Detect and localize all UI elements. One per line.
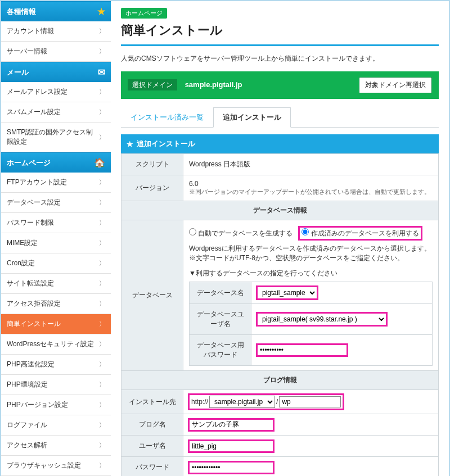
panel-header: ★ 追加インストール [121, 134, 439, 153]
db-section-header: データベース情報 [122, 201, 439, 220]
panel-title: 追加インストール [137, 139, 195, 149]
db-help-2: ※文字コードがUTF-8かつ、空状態のデータベースをご指定ください。 [189, 253, 433, 263]
sidebar-item[interactable]: SMTP認証の国外アクセス制限設定〉 [1, 123, 111, 152]
divider [121, 44, 439, 46]
db-pass-label: データベース用パスワード [190, 335, 251, 366]
sidebar-item[interactable]: FTPアカウント設定〉 [1, 173, 111, 193]
domain-bar-domain: sample.pigtail.jp [185, 80, 242, 89]
sidebar-item[interactable]: 簡単インストール〉 [1, 314, 111, 334]
sidebar-item[interactable]: MIME設定〉 [1, 233, 111, 253]
chevron-right-icon: 〉 [99, 380, 105, 389]
install-domain-select[interactable]: sample.pigtail.jp [209, 396, 275, 408]
main-content: ホームページ 簡単インストール 人気のCMSソフトウェアをサーバー管理ツール上か… [111, 1, 449, 476]
sidebar-item[interactable]: アクセス拒否設定〉 [1, 294, 111, 314]
radio-existing-db[interactable]: 作成済みのデータベースを利用する [299, 227, 421, 239]
chevron-right-icon: 〉 [99, 259, 105, 268]
script-label: スクリプト [122, 154, 183, 175]
sidebar-item-label: PHP高速化設定 [7, 360, 55, 369]
sidebar-item[interactable]: パスワード制限〉 [1, 213, 111, 233]
sidebar-header-icon: ✉ [98, 67, 105, 78]
blog-section-header: ブログ情報 [122, 371, 439, 390]
install-path-input[interactable] [279, 396, 341, 407]
chevron-right-icon: 〉 [99, 88, 105, 96]
db-user-label: データベースユーザ名 [190, 304, 251, 335]
sidebar-item[interactable]: データベース設定〉 [1, 193, 111, 213]
sidebar-item[interactable]: PHPバージョン設定〉 [1, 395, 111, 415]
db-name-label: データベース名 [190, 282, 251, 304]
chevron-right-icon: 〉 [99, 279, 105, 288]
reselect-domain-button[interactable]: 対象ドメイン再選択 [359, 77, 432, 93]
radio-auto-db[interactable]: 自動でデータベースを生成する [189, 228, 292, 238]
sidebar-item[interactable]: スパムメール設定〉 [1, 102, 111, 123]
star-icon: ★ [127, 140, 133, 148]
chevron-right-icon: 〉 [99, 178, 105, 187]
chevron-right-icon: 〉 [99, 27, 105, 35]
sidebar-item-label: MIME設定 [7, 238, 38, 248]
db-user-select[interactable]: pigtail_sample( sv99.star.ne.jp ) [257, 313, 386, 325]
sidebar-item[interactable]: PHP環境設定〉 [1, 375, 111, 395]
password-input[interactable] [189, 462, 273, 473]
sidebar-item-label: Cron設定 [7, 259, 35, 268]
db-help-3: ▼利用するデータベースの指定を行ってください [189, 269, 433, 278]
page-description: 人気のCMSソフトウェアをサーバー管理ツール上から簡単にインストールできます。 [121, 54, 439, 64]
script-value: Wordpress 日本語版 [183, 154, 439, 175]
chevron-right-icon: 〉 [99, 108, 105, 116]
sidebar-item[interactable]: サイト転送設定〉 [1, 274, 111, 294]
sidebar: 各種情報★アカウント情報〉サーバー情報〉メール✉メールアドレス設定〉スパムメール… [1, 1, 111, 476]
sidebar-header: ホームページ🏠 [1, 152, 111, 173]
install-prefix: http:// [191, 398, 208, 406]
sidebar-item-label: SMTP認証の国外アクセス制限設定 [7, 128, 99, 147]
tabs: インストール済み一覧 追加インストール [121, 107, 439, 128]
db-credentials-table: データベース名 pigtail_sample データベースユーザ名 pigtai… [189, 282, 433, 366]
install-path-label: インストール先 [122, 390, 183, 414]
sidebar-item-label: サーバー情報 [7, 47, 47, 56]
chevron-right-icon: 〉 [99, 441, 105, 450]
version-note: ※同バージョンのマイナーアップデートが公開されている場合は、自動で更新します。 [189, 188, 433, 196]
chevron-right-icon: 〉 [99, 198, 105, 207]
chevron-right-icon: 〉 [99, 47, 105, 56]
username-input[interactable] [189, 441, 273, 452]
db-help-1: Wordpressに利用するデータベースを作成済みのデータベースから選択します。 [189, 244, 433, 253]
database-label: データベース [122, 220, 183, 371]
blog-name-label: ブログ名 [122, 414, 183, 436]
sidebar-item-label: WordPressセキュリティ設定 [7, 339, 94, 349]
sidebar-item[interactable]: ブラウザキャッシュ設定〉 [1, 456, 111, 476]
sidebar-item[interactable]: アカウント情報〉 [1, 21, 111, 42]
sidebar-item[interactable]: メールアドレス設定〉 [1, 82, 111, 102]
username-label: ユーザ名 [122, 436, 183, 457]
breadcrumb: ホームページ [121, 8, 167, 19]
chevron-right-icon: 〉 [99, 300, 105, 308]
db-name-select[interactable]: pigtail_sample [257, 287, 317, 299]
sidebar-item-label: アカウント情報 [7, 26, 54, 36]
sidebar-item-label: メールアドレス設定 [7, 87, 68, 97]
sidebar-item[interactable]: サーバー情報〉 [1, 42, 111, 62]
domain-bar-label: 選択ドメイン [128, 79, 177, 90]
sidebar-item[interactable]: ログファイル〉 [1, 415, 111, 436]
version-cell: 6.0 ※同バージョンのマイナーアップデートが公開されている場合は、自動で更新し… [183, 175, 439, 201]
tab-add-install[interactable]: 追加インストール [213, 107, 291, 128]
sidebar-header-icon: 🏠 [94, 157, 105, 168]
sidebar-item[interactable]: Cron設定〉 [1, 253, 111, 274]
sidebar-item[interactable]: アクセス解析〉 [1, 436, 111, 456]
password-label: パスワード [122, 457, 183, 477]
blog-name-input[interactable] [189, 419, 273, 430]
chevron-right-icon: 〉 [99, 320, 105, 328]
version-label: バージョン [122, 175, 183, 201]
sidebar-item-label: ログファイル [7, 420, 47, 430]
sidebar-item[interactable]: PHP高速化設定〉 [1, 355, 111, 375]
install-form-table: スクリプト Wordpress 日本語版 バージョン 6.0 ※同バージョンのマ… [121, 153, 439, 476]
version-value: 6.0 [189, 180, 433, 188]
chevron-right-icon: 〉 [99, 421, 105, 429]
sidebar-item-label: ブラウザキャッシュ設定 [7, 461, 81, 470]
install-path-row: http:// sample.pigtail.jp / [189, 395, 343, 409]
database-cell: 自動でデータベースを生成する 作成済みのデータベースを利用する Wordpres… [183, 220, 439, 371]
sidebar-item-label: アクセス拒否設定 [7, 299, 61, 309]
domain-bar: 選択ドメイン sample.pigtail.jp 対象ドメイン再選択 [121, 71, 439, 99]
sidebar-header: メール✉ [1, 62, 111, 82]
tab-installed-list[interactable]: インストール済み一覧 [121, 107, 213, 128]
chevron-right-icon: 〉 [99, 401, 105, 409]
db-pass-input[interactable] [257, 344, 347, 356]
sidebar-item-label: サイト転送設定 [7, 279, 54, 288]
page-title: 簡単インストール [121, 22, 439, 39]
sidebar-item[interactable]: WordPressセキュリティ設定〉 [1, 334, 111, 355]
